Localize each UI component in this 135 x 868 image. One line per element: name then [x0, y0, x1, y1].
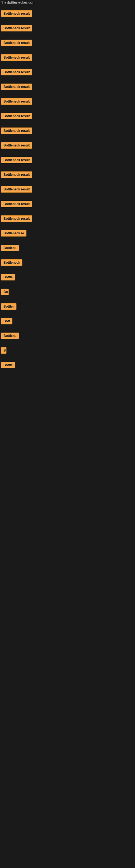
- badge-row: Bottle: [0, 356, 135, 371]
- badge-row: Bottleneck result: [0, 5, 135, 19]
- badge-row: Bottleneck result: [0, 107, 135, 122]
- badge-row: Bottleneck result: [0, 20, 135, 34]
- badges-container: Bottleneck resultBottleneck resultBottle…: [0, 5, 135, 371]
- badge-row: Bottleneck result: [0, 210, 135, 224]
- bottleneck-badge-17[interactable]: Bottlene: [1, 245, 19, 251]
- badge-row: Bottleneck result: [0, 78, 135, 92]
- badge-row: Bottleneck result: [0, 195, 135, 209]
- bottleneck-badge-18[interactable]: Bottleneck: [1, 259, 22, 266]
- bottleneck-badge-23[interactable]: Bottlene: [1, 333, 19, 339]
- badge-row: Bottleneck result: [0, 151, 135, 165]
- bottleneck-badge-10[interactable]: Bottleneck result: [1, 142, 32, 149]
- bottleneck-badge-21[interactable]: Bottler: [1, 303, 16, 310]
- badge-row: Bottleneck result: [0, 49, 135, 63]
- bottleneck-badge-20[interactable]: Bo: [1, 289, 9, 295]
- badge-row: B: [0, 342, 135, 356]
- badge-row: Bottleneck: [0, 254, 135, 268]
- badge-row: Bottler: [0, 298, 135, 312]
- bottleneck-badge-9[interactable]: Bottleneck result: [1, 127, 32, 134]
- site-title: TheBottlenecker.com: [0, 0, 36, 6]
- badge-row: Bottleneck result: [0, 93, 135, 107]
- bottleneck-badge-8[interactable]: Bottleneck result: [1, 113, 32, 119]
- bottleneck-badge-2[interactable]: Bottleneck result: [1, 25, 32, 31]
- bottleneck-badge-1[interactable]: Bottleneck result: [1, 10, 32, 17]
- badge-row: Bottleneck result: [0, 63, 135, 78]
- site-header: TheBottlenecker.com: [0, 0, 135, 5]
- bottleneck-badge-19[interactable]: Bottle: [1, 274, 15, 280]
- bottleneck-badge-5[interactable]: Bottleneck result: [1, 69, 32, 75]
- bottleneck-badge-24[interactable]: B: [1, 347, 6, 354]
- badge-row: Bo: [0, 283, 135, 297]
- badge-row: Bottleneck result: [0, 34, 135, 48]
- bottleneck-badge-13[interactable]: Bottleneck result: [1, 186, 32, 193]
- bottleneck-badge-3[interactable]: Bottleneck result: [1, 40, 32, 46]
- bottleneck-badge-4[interactable]: Bottleneck result: [1, 54, 32, 61]
- badge-row: Bottle: [0, 269, 135, 283]
- bottleneck-badge-7[interactable]: Bottleneck result: [1, 98, 32, 105]
- badge-row: Bottleneck result: [0, 166, 135, 180]
- badge-row: Bottleneck result: [0, 181, 135, 195]
- badge-row: Bottleneck result: [0, 122, 135, 136]
- bottleneck-badge-12[interactable]: Bottleneck result: [1, 172, 32, 178]
- bottleneck-badge-14[interactable]: Bottleneck result: [1, 201, 32, 207]
- bottleneck-badge-16[interactable]: Bottleneck re: [1, 230, 27, 237]
- bottleneck-badge-6[interactable]: Bottleneck result: [1, 84, 32, 90]
- badge-row: Bottleneck result: [0, 137, 135, 151]
- bottleneck-badge-11[interactable]: Bottleneck result: [1, 157, 32, 163]
- badge-row: Bott: [0, 312, 135, 327]
- badge-row: Bottlene: [0, 239, 135, 253]
- badge-row: Bottleneck re: [0, 225, 135, 239]
- bottleneck-badge-25[interactable]: Bottle: [1, 362, 15, 368]
- bottleneck-badge-22[interactable]: Bott: [1, 318, 12, 324]
- bottleneck-badge-15[interactable]: Bottleneck result: [1, 215, 32, 222]
- badge-row: Bottlene: [0, 327, 135, 341]
